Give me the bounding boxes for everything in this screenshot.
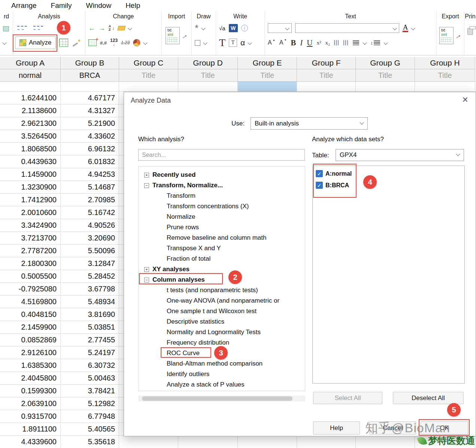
tree-item-transform[interactable]: Transform bbox=[139, 191, 305, 201]
cell[interactable]: 2.7787200 bbox=[0, 245, 61, 257]
tree-item-descriptive-statistics[interactable]: Descriptive statistics bbox=[139, 317, 305, 327]
cell[interactable]: 0.5005500 bbox=[0, 270, 61, 283]
cell[interactable]: 5.12982 bbox=[61, 397, 119, 410]
menu-family[interactable]: Family bbox=[51, 1, 72, 10]
tree-item-one-sample-t-and-wilcoxon-test[interactable]: One sample t and Wilcoxon test bbox=[139, 306, 305, 317]
cell[interactable]: 6.77948 bbox=[61, 410, 119, 423]
cell[interactable]: 6.01832 bbox=[61, 155, 119, 168]
kerning-icon-1[interactable] bbox=[334, 40, 339, 45]
cell[interactable]: 4.33602 bbox=[61, 130, 119, 143]
pie-chart-icon[interactable] bbox=[133, 39, 140, 46]
column-subtitle-group-d[interactable]: Title bbox=[178, 69, 238, 82]
cell[interactable] bbox=[0, 82, 61, 92]
align-text-icon[interactable] bbox=[353, 40, 359, 45]
tree-group-column-analyses[interactable]: −Column analyses bbox=[139, 275, 305, 285]
cell[interactable]: 4.5169800 bbox=[0, 296, 61, 308]
selected-cell[interactable] bbox=[238, 82, 297, 92]
cell[interactable]: 3.78421 bbox=[61, 385, 119, 397]
chevron-down-icon[interactable] bbox=[128, 26, 132, 30]
column-subtitle-group-c[interactable]: Title bbox=[119, 69, 178, 82]
move-left-icon[interactable]: ← bbox=[88, 24, 95, 32]
text-box-icon[interactable]: T bbox=[229, 39, 237, 47]
menu-window[interactable]: Window bbox=[86, 1, 112, 10]
sort-az-icon[interactable]: AZ bbox=[109, 25, 111, 31]
column-header-group-e[interactable]: Group E bbox=[238, 57, 297, 69]
tree-group-xy-analyses[interactable]: +XY analyses bbox=[139, 264, 305, 275]
equation-icon[interactable]: √a bbox=[219, 25, 225, 31]
close-icon[interactable]: × bbox=[460, 94, 470, 106]
cell[interactable] bbox=[178, 436, 238, 448]
cell[interactable]: 3.5264500 bbox=[0, 130, 61, 143]
decimal-format-icon[interactable]: #.# bbox=[100, 40, 107, 46]
analyze-button[interactable]: Analyze bbox=[15, 36, 56, 49]
paint-bucket-icon[interactable] bbox=[117, 26, 125, 30]
cell[interactable] bbox=[297, 436, 356, 448]
collapse-icon[interactable]: − bbox=[144, 183, 149, 188]
decrease-font-button[interactable]: A▼ bbox=[279, 39, 287, 46]
tree-item-remove-baseline-and-column-math[interactable]: Remove baseline and column math bbox=[139, 233, 305, 243]
cell[interactable]: 2.1800300 bbox=[0, 257, 61, 270]
bold-button[interactable]: B bbox=[291, 38, 296, 48]
checkbox-a-normal[interactable]: ✓ bbox=[316, 170, 323, 177]
column-subtitle-group-g[interactable]: Title bbox=[356, 69, 415, 82]
cell[interactable]: 0.4439630 bbox=[0, 155, 61, 168]
column-header-group-c[interactable]: Group C bbox=[119, 57, 178, 69]
expand-icon[interactable]: + bbox=[144, 267, 149, 272]
cell[interactable]: 1.1459000 bbox=[0, 168, 61, 181]
chevron-down-icon[interactable] bbox=[201, 26, 205, 30]
column-header-group-f[interactable]: Group F bbox=[297, 57, 356, 69]
greek-letter-icon[interactable]: α bbox=[240, 38, 245, 47]
font-style-dropdown[interactable] bbox=[268, 23, 292, 33]
column-subtitle-group-h[interactable]: Title bbox=[415, 69, 475, 82]
cell[interactable]: 3.67798 bbox=[61, 283, 119, 296]
deselect-all-button[interactable]: Deselect All bbox=[393, 392, 464, 404]
cell[interactable]: 1.7412900 bbox=[0, 194, 61, 206]
cell[interactable]: 1.3230900 bbox=[0, 181, 61, 194]
cell[interactable]: 4.90526 bbox=[61, 219, 119, 232]
cell[interactable]: 0.4048150 bbox=[0, 308, 61, 321]
magic-wand-icon[interactable] bbox=[72, 38, 81, 47]
expand-icon[interactable]: + bbox=[144, 173, 149, 178]
use-dropdown[interactable]: Built-in analysis bbox=[251, 117, 368, 130]
tree-item-one-way-anova-and-nonparametric-or[interactable]: One-way ANOVA (and nonparametric or bbox=[139, 296, 305, 306]
column-subtitle-group-a[interactable]: normal bbox=[0, 69, 61, 82]
cell[interactable] bbox=[356, 82, 415, 92]
insert-table-icon[interactable] bbox=[88, 39, 97, 46]
cell[interactable] bbox=[178, 82, 238, 92]
select-all-button[interactable]: Select All bbox=[313, 392, 382, 404]
cell[interactable]: 3.3424900 bbox=[0, 219, 61, 232]
cell[interactable]: 5.50096 bbox=[61, 245, 119, 257]
subscript-button[interactable]: x₂ bbox=[325, 40, 330, 46]
column-subtitle-group-b[interactable]: BRCA bbox=[61, 69, 119, 82]
cell[interactable]: 5.28452 bbox=[61, 270, 119, 283]
kerning-icon-2[interactable] bbox=[343, 40, 349, 45]
cell[interactable]: 4.31327 bbox=[61, 105, 119, 117]
draw-rectangle-icon[interactable] bbox=[195, 40, 200, 46]
cell[interactable]: 2.0639100 bbox=[0, 397, 61, 410]
cell[interactable]: 1.8911100 bbox=[0, 423, 61, 436]
table-dropdown[interactable]: GPX4 bbox=[336, 149, 464, 161]
cell[interactable] bbox=[119, 436, 178, 448]
font-color-button[interactable]: A bbox=[403, 24, 408, 32]
search-input[interactable] bbox=[138, 149, 305, 161]
cell[interactable]: 2.9126100 bbox=[0, 346, 61, 359]
column-header-group-g[interactable]: Group G bbox=[356, 57, 415, 69]
cell[interactable]: 3.12847 bbox=[61, 257, 119, 270]
chevron-down-icon[interactable] bbox=[2, 40, 6, 45]
analysis-shortcut-icon-2[interactable] bbox=[32, 24, 45, 33]
cell[interactable]: 3.7213700 bbox=[0, 232, 61, 245]
cell[interactable]: 5.40565 bbox=[61, 423, 119, 436]
tree-item-transform-concentrations-x[interactable]: Transform concentrations (X) bbox=[139, 201, 305, 212]
cell[interactable]: 2.1459900 bbox=[0, 321, 61, 334]
superscript-button[interactable]: x² bbox=[317, 40, 321, 46]
chevron-down-icon[interactable] bbox=[383, 40, 388, 45]
underline-button[interactable]: U bbox=[307, 38, 312, 48]
dataset-a-normal[interactable]: ✓A:normal bbox=[316, 168, 461, 179]
cell[interactable]: 1.6385300 bbox=[0, 359, 61, 372]
chevron-down-icon[interactable] bbox=[143, 40, 148, 45]
cell[interactable] bbox=[297, 82, 356, 92]
column-header-group-b[interactable]: Group B bbox=[61, 57, 119, 69]
column-header-group-a[interactable]: Group A bbox=[0, 57, 61, 69]
cell[interactable]: 0.9315700 bbox=[0, 410, 61, 423]
new-table-icon[interactable] bbox=[59, 39, 68, 47]
